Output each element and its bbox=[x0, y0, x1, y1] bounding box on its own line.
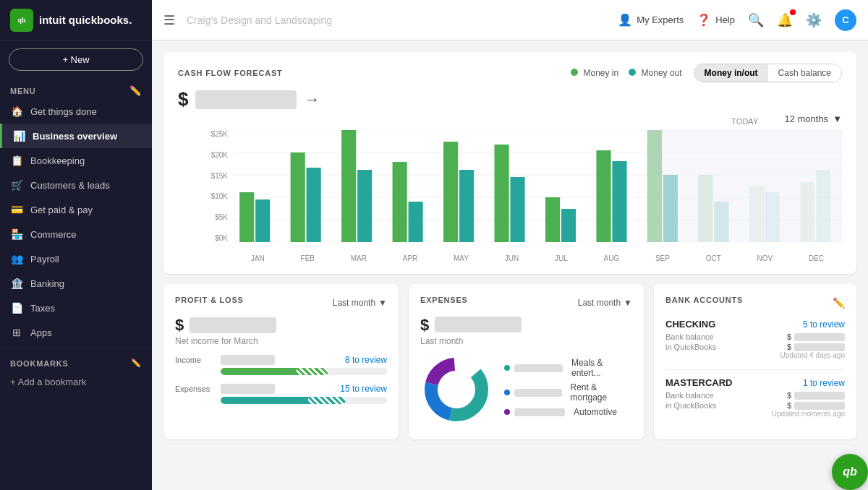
sidebar-item-banking[interactable]: 🏦 Banking bbox=[0, 271, 152, 296]
payment-icon: 💳 bbox=[10, 204, 23, 215]
sidebar-item-apps[interactable]: ⊞ Apps bbox=[0, 320, 152, 345]
income-bar-track bbox=[221, 368, 387, 375]
y-label: $5K bbox=[205, 213, 228, 221]
bank-account-checking: CHECKING 5 to review Bank balance in Qui… bbox=[665, 319, 845, 359]
exp-filter[interactable]: Last month ▼ bbox=[578, 298, 632, 308]
y-label: $25K bbox=[205, 130, 228, 138]
month-label: FEB bbox=[301, 254, 315, 262]
income-label: Income bbox=[175, 356, 215, 364]
cf-title: CASH FLOW FORECAST bbox=[178, 69, 283, 77]
sidebar-item-customers-leads[interactable]: 🛒 Customers & leads bbox=[0, 173, 152, 197]
svg-rect-12 bbox=[393, 162, 407, 242]
cf-amount-row: $ → bbox=[178, 88, 842, 111]
cf-header: CASH FLOW FORECAST Money in Money out bbox=[178, 64, 842, 82]
exp-filter-label: Last month bbox=[578, 298, 621, 308]
chart-icon: 📊 bbox=[12, 130, 25, 142]
toggle-cash-balance[interactable]: Cash balance bbox=[768, 64, 841, 82]
cf-toggle: Money in/out Cash balance bbox=[694, 64, 842, 82]
apps-icon: ⊞ bbox=[10, 327, 23, 338]
expense-amount-blur bbox=[514, 389, 562, 397]
sidebar-item-get-paid-pay[interactable]: 💳 Get paid & pay bbox=[0, 197, 152, 222]
sidebar-item-label: Taxes bbox=[30, 303, 55, 314]
expense-item-rent: Rent & mortgage bbox=[504, 382, 632, 403]
help-label: Help bbox=[715, 14, 735, 25]
sidebar-item-get-things-done[interactable]: 🏠 Get things done bbox=[0, 99, 152, 124]
bookmarks-label: BOOKMARKS bbox=[10, 359, 69, 368]
expenses-bar-fill bbox=[221, 397, 346, 404]
sidebar-item-business-overview[interactable]: 📊 Business overview bbox=[0, 124, 152, 148]
sidebar-item-bookkeeping[interactable]: 📋 Bookkeeping bbox=[0, 148, 152, 173]
svg-rect-7 bbox=[255, 199, 270, 242]
topbar-actions: 👤 My Experts ❓ Help 🔍 🔔 ⚙️ C bbox=[618, 9, 856, 31]
chart-bars: TODAY bbox=[233, 130, 842, 242]
cart-icon: 🛒 bbox=[10, 179, 23, 191]
month-label: JUN bbox=[505, 254, 519, 262]
mastercard-updated: Updated moments ago bbox=[772, 410, 845, 418]
time-period-label: 12 months bbox=[784, 113, 828, 124]
hamburger-icon[interactable]: ☰ bbox=[163, 12, 175, 28]
cf-amount-blurred bbox=[195, 90, 297, 109]
checking-updated: Updated 4 days ago bbox=[780, 351, 845, 359]
bank-edit-icon[interactable]: ✏️ bbox=[833, 297, 845, 309]
mastercard-name: MASTERCARD bbox=[665, 377, 732, 388]
pl-title: PROFIT & LOSS bbox=[175, 296, 244, 304]
dashboard: CASH FLOW FORECAST Money in Money out bbox=[152, 40, 868, 490]
menu-header: MENU ✏️ bbox=[0, 78, 152, 99]
sidebar-item-payroll[interactable]: 👥 Payroll bbox=[0, 246, 152, 271]
store-icon: 🏪 bbox=[10, 228, 23, 240]
avatar[interactable]: C bbox=[835, 9, 856, 31]
expenses-card: EXPENSES Last month ▼ $ Last month bbox=[409, 284, 644, 439]
chart-month-labels: JAN FEB MAR APR MAY JUN JUL AUG SEP OCT … bbox=[205, 254, 842, 262]
taxes-icon: 📄 bbox=[10, 302, 23, 314]
notification-icon[interactable]: 🔔 bbox=[777, 12, 793, 28]
y-axis: $25K $20K $15K $10K $5K $0K bbox=[205, 130, 231, 242]
topbar: ☰ Craig's Design and Landscaping 👤 My Ex… bbox=[152, 0, 868, 40]
bookmarks-edit-icon[interactable]: ✏️ bbox=[131, 358, 142, 368]
sidebar-item-label: Commerce bbox=[30, 229, 77, 240]
checking-qb-amount-blur bbox=[794, 343, 845, 351]
my-experts-button[interactable]: 👤 My Experts bbox=[618, 13, 684, 27]
checking-review-link[interactable]: 5 to review bbox=[803, 319, 845, 330]
chevron-down-icon[interactable]: ▼ bbox=[833, 113, 842, 124]
add-bookmark-button[interactable]: + Add a bookmark bbox=[0, 371, 152, 393]
income-review-link[interactable]: 8 to review bbox=[345, 355, 387, 365]
bank-divider bbox=[665, 369, 845, 370]
experts-icon: 👤 bbox=[618, 13, 632, 27]
cash-flow-card: CASH FLOW FORECAST Money in Money out bbox=[163, 52, 856, 274]
month-label: JUL bbox=[555, 254, 568, 262]
sidebar-item-label: Get paid & pay bbox=[30, 205, 93, 215]
search-icon[interactable]: 🔍 bbox=[748, 12, 764, 28]
pl-amount-blurred bbox=[190, 317, 276, 333]
sidebar-item-label: Payroll bbox=[30, 254, 59, 265]
menu-edit-icon[interactable]: ✏️ bbox=[129, 85, 142, 96]
svg-rect-18 bbox=[545, 197, 560, 242]
pl-filter[interactable]: Last month ▼ bbox=[333, 298, 387, 308]
month-label: NOV bbox=[757, 254, 773, 262]
today-shaded-area: TODAY bbox=[647, 130, 842, 242]
sidebar-item-label: Banking bbox=[30, 278, 64, 289]
money-out-dot bbox=[629, 69, 636, 76]
settings-icon[interactable]: ⚙️ bbox=[806, 12, 822, 28]
help-button[interactable]: ❓ Help bbox=[697, 13, 735, 27]
income-amount-blurred bbox=[221, 355, 275, 365]
logo: qb intuit quickbooks. bbox=[0, 0, 152, 41]
notification-badge bbox=[790, 9, 796, 15]
chevron-down-icon: ▼ bbox=[378, 298, 387, 308]
mastercard-header: MASTERCARD 1 to review bbox=[665, 377, 845, 388]
mastercard-review-link[interactable]: 1 to review bbox=[803, 378, 845, 388]
expenses-review-link[interactable]: 15 to review bbox=[340, 384, 387, 394]
sidebar-item-taxes[interactable]: 📄 Taxes bbox=[0, 296, 152, 320]
y-label: $20K bbox=[205, 151, 228, 159]
new-button[interactable]: + New bbox=[9, 48, 143, 71]
svg-rect-14 bbox=[443, 142, 458, 242]
checking-balances: Bank balance in QuickBooks bbox=[665, 332, 716, 351]
add-bookmark-label: + Add a bookmark bbox=[10, 377, 86, 387]
exp-card-header: EXPENSES Last month ▼ bbox=[420, 296, 632, 310]
sidebar-item-commerce[interactable]: 🏪 Commerce bbox=[0, 222, 152, 246]
toggle-money-inout[interactable]: Money in/out bbox=[694, 64, 768, 82]
sidebar-item-label: Get things done bbox=[30, 106, 97, 117]
pl-filter-label: Last month bbox=[333, 298, 375, 308]
expense-item-meals: Meals & entert... bbox=[504, 358, 632, 378]
donut-chart bbox=[420, 353, 493, 426]
month-label: MAR bbox=[351, 254, 367, 262]
